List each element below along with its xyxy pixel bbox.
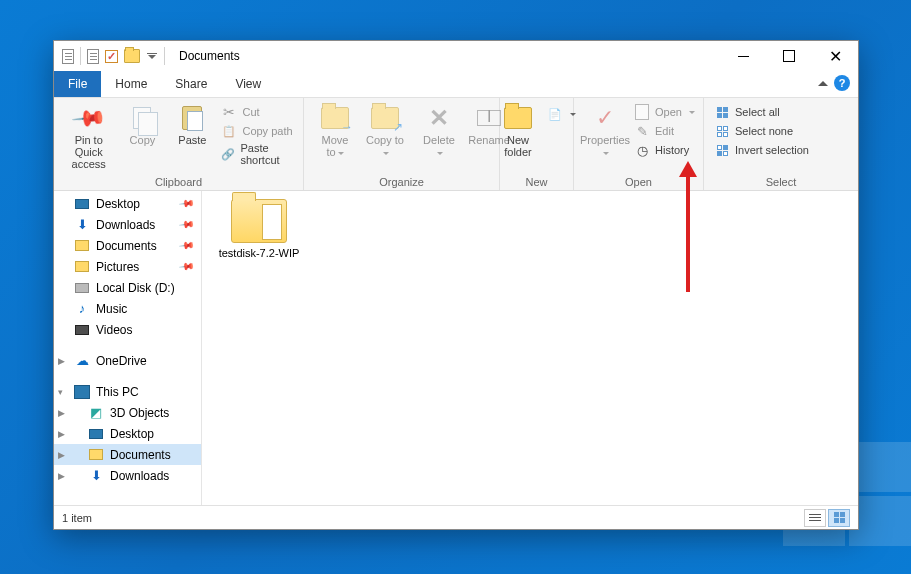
group-organize: → Move to ↗ Copy to ✕ Delete Rename Orga…	[304, 98, 500, 190]
pencil-icon: ✎	[634, 123, 650, 139]
item-count: 1 item	[62, 512, 92, 524]
close-button[interactable]: ✕	[812, 41, 858, 71]
ribbon: 📌 Pin to Quick access Copy Paste ✂ Cut	[54, 97, 858, 191]
delete-button[interactable]: ✕ Delete	[414, 102, 464, 160]
new-item-button[interactable]: 📄	[547, 106, 576, 122]
quick-access-toolbar: ✓	[54, 47, 173, 65]
nav-item-downloads[interactable]: ⬇Downloads📌	[54, 214, 201, 235]
history-icon: ◷	[634, 142, 650, 158]
status-bar: 1 item	[54, 505, 858, 529]
help-icon[interactable]: ?	[834, 75, 850, 91]
select-none-icon	[714, 123, 730, 139]
view-details-button[interactable]	[804, 509, 826, 527]
properties-button[interactable]: ✓ Properties	[580, 102, 630, 160]
music-icon: ♪	[79, 301, 86, 316]
invert-selection-button[interactable]: Invert selection	[714, 142, 809, 158]
nav-item-downloads[interactable]: ▶⬇Downloads	[54, 465, 201, 486]
maximize-button[interactable]	[766, 41, 812, 71]
history-button[interactable]: ◷ History	[634, 142, 695, 158]
paste-shortcut-icon: 🔗	[221, 146, 235, 162]
pin-to-quick-access-button[interactable]: 📌 Pin to Quick access	[60, 102, 117, 172]
tab-share[interactable]: Share	[161, 71, 221, 97]
chevron-right-icon: ▶	[58, 356, 65, 366]
nav-item-desktop[interactable]: ▶Desktop	[54, 423, 201, 444]
tab-home[interactable]: Home	[101, 71, 161, 97]
paste-icon	[182, 106, 202, 130]
monitor-icon	[75, 199, 89, 209]
file-icon[interactable]	[62, 49, 74, 64]
folder-icon	[75, 261, 89, 272]
group-select: Select all Select none Invert selection …	[704, 98, 858, 190]
nav-item-documents[interactable]: ▶Documents	[54, 444, 201, 465]
paste-shortcut-button[interactable]: 🔗 Paste shortcut	[221, 142, 293, 166]
nav-item-desktop[interactable]: Desktop📌	[54, 193, 201, 214]
folder-icon	[89, 449, 103, 460]
tab-file[interactable]: File	[54, 71, 101, 97]
delete-icon: ✕	[429, 104, 449, 132]
paste-button[interactable]: Paste	[167, 102, 217, 148]
qat-dropdown-icon[interactable]	[146, 53, 158, 59]
copy-button[interactable]: Copy	[117, 102, 167, 148]
select-all-icon	[714, 104, 730, 120]
cut-button[interactable]: ✂ Cut	[221, 104, 293, 120]
minimize-button[interactable]	[720, 41, 766, 71]
properties-icon[interactable]: ✓	[105, 50, 118, 63]
chevron-right-icon: ▶	[58, 450, 65, 460]
explorer-window: ✓ Documents ✕ File Home Share View ? 📌	[53, 40, 859, 530]
download-icon: ⬇	[91, 468, 102, 483]
pin-icon: 📌	[179, 258, 195, 274]
new-doc-icon[interactable]	[87, 49, 99, 64]
open-button[interactable]: Open	[634, 104, 695, 120]
cloud-icon: ☁	[74, 354, 90, 368]
nav-item-videos[interactable]: Videos	[54, 319, 201, 340]
window-controls: ✕	[720, 41, 858, 71]
window-title: Documents	[173, 49, 240, 63]
chevron-right-icon: ▶	[58, 471, 65, 481]
new-item-icon: 📄	[547, 106, 563, 122]
file-item[interactable]: testdisk-7.2-WIP	[214, 199, 304, 259]
copy-path-button[interactable]: 📋 Copy path	[221, 123, 293, 139]
tab-view[interactable]: View	[221, 71, 275, 97]
new-folder-icon	[504, 107, 532, 129]
folder-icon	[231, 199, 287, 243]
nav-item-3d-objects[interactable]: ▶◩3D Objects	[54, 402, 201, 423]
nav-item-pictures[interactable]: Pictures📌	[54, 256, 201, 277]
monitor-icon	[89, 429, 103, 439]
file-name: testdisk-7.2-WIP	[219, 247, 300, 259]
titlebar: ✓ Documents ✕	[54, 41, 858, 71]
select-none-button[interactable]: Select none	[714, 123, 809, 139]
nav-item-music[interactable]: ♪Music	[54, 298, 201, 319]
chevron-right-icon: ▶	[58, 429, 65, 439]
scissors-icon: ✂	[221, 104, 237, 120]
nav-onedrive[interactable]: ▶ ☁ OneDrive	[54, 350, 201, 371]
pin-icon: 📌	[70, 99, 107, 136]
edit-button[interactable]: ✎ Edit	[634, 123, 695, 139]
folder-icon	[75, 240, 89, 251]
invert-selection-icon	[714, 142, 730, 158]
nav-item-local-disk-d-[interactable]: Local Disk (D:)	[54, 277, 201, 298]
disk-icon	[75, 283, 89, 293]
nav-pane[interactable]: Desktop📌⬇Downloads📌Documents📌Pictures📌Lo…	[54, 191, 202, 505]
group-open: ✓ Properties Open ✎ Edit ◷ History	[574, 98, 704, 190]
copy-icon	[133, 107, 151, 129]
file-list[interactable]: testdisk-7.2-WIP	[202, 191, 858, 505]
nav-item-documents[interactable]: Documents📌	[54, 235, 201, 256]
copy-to-button[interactable]: ↗ Copy to	[360, 102, 410, 160]
rename-icon	[477, 110, 501, 126]
ribbon-collapse-icon[interactable]	[818, 81, 828, 86]
cube-icon: ◩	[90, 405, 102, 420]
open-icon	[634, 104, 650, 120]
ribbon-tabs: File Home Share View ?	[54, 71, 858, 97]
pin-icon: 📌	[179, 195, 195, 211]
separator	[164, 47, 165, 65]
chevron-right-icon: ▶	[58, 408, 65, 418]
pin-icon: 📌	[179, 237, 195, 253]
view-icons-button[interactable]	[828, 509, 850, 527]
folder-icon[interactable]	[124, 49, 140, 63]
content-area: Desktop📌⬇Downloads📌Documents📌Pictures📌Lo…	[54, 191, 858, 505]
move-to-button[interactable]: → Move to	[310, 102, 360, 160]
properties-icon: ✓	[596, 105, 614, 131]
select-all-button[interactable]: Select all	[714, 104, 809, 120]
chevron-down-icon: ▾	[58, 387, 63, 397]
nav-this-pc[interactable]: ▾ This PC	[54, 381, 201, 402]
